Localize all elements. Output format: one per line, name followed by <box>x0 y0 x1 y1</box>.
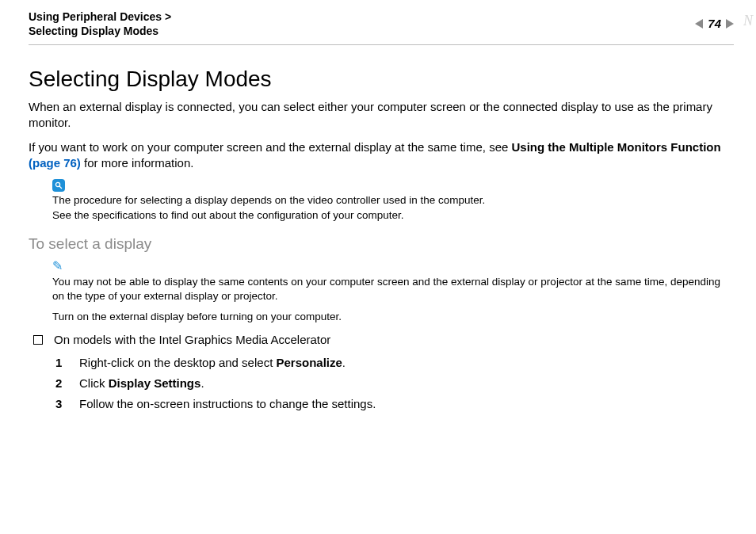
tip-text: You may not be able to display the same … <box>52 275 734 303</box>
square-bullet-icon <box>33 335 43 345</box>
note1-line1: The procedure for selecting a display de… <box>52 193 734 208</box>
step-text: Right-click on the desktop and select Pe… <box>79 355 346 371</box>
decorative-n: N <box>743 11 753 30</box>
breadcrumb-line-2: Selecting Display Modes <box>29 24 171 38</box>
step-post: . <box>200 376 204 390</box>
pencil-icon: ✎ <box>52 260 63 273</box>
bullet-item: On models with the Intel Graphics Media … <box>33 332 734 348</box>
steps-list: 1 Right-click on the desktop and select … <box>55 355 734 413</box>
breadcrumb: Using Peripheral Devices > Selecting Dis… <box>29 10 171 38</box>
step-pre: Click <box>79 376 109 390</box>
note1-line2: See the specifications to find out about… <box>52 208 734 223</box>
subheading: To select a display <box>29 234 734 254</box>
svg-point-0 <box>55 183 59 187</box>
header-divider <box>29 44 734 45</box>
step-2: 2 Click Display Settings. <box>55 376 734 391</box>
magnifier-icon <box>52 179 65 192</box>
step-number: 2 <box>55 376 65 391</box>
step-3: 3 Follow the on-screen instructions to c… <box>55 396 734 412</box>
step-bold: Personalize <box>276 356 342 369</box>
content: Selecting Display Modes When an external… <box>29 64 734 412</box>
info-note: The procedure for selecting a display de… <box>52 179 734 223</box>
page-link-76[interactable]: (page 76) <box>29 156 81 170</box>
second-paragraph: If you want to work on your computer scr… <box>29 139 734 172</box>
intro-paragraph: When an external display is connected, y… <box>29 99 734 132</box>
step-bold: Display Settings <box>109 376 201 390</box>
prev-page-icon[interactable] <box>695 19 703 29</box>
svg-line-1 <box>59 186 62 189</box>
bullet-text: On models with the Intel Graphics Media … <box>54 332 330 348</box>
tip-note: ✎ You may not be able to display the sam… <box>52 260 734 324</box>
step-number: 1 <box>55 355 65 371</box>
step-1: 1 Right-click on the desktop and select … <box>55 355 734 371</box>
step-number: 3 <box>55 396 65 412</box>
page-number: 74 <box>708 16 721 32</box>
header: Using Peripheral Devices > Selecting Dis… <box>29 10 734 38</box>
page-nav: 74 <box>695 16 734 32</box>
next-page-icon[interactable] <box>726 19 734 29</box>
step-text: Follow the on-screen instructions to cha… <box>79 396 376 412</box>
step-pre: Right-click on the desktop and select <box>79 356 276 369</box>
step-pre: Follow the on-screen instructions to cha… <box>79 397 376 410</box>
breadcrumb-line-1: Using Peripheral Devices > <box>29 10 171 24</box>
para2-post: for more information. <box>81 156 194 170</box>
para2-pre: If you want to work on your computer scr… <box>29 140 511 154</box>
para2-bold: Using the Multiple Monitors Function <box>511 140 720 154</box>
tip-extra: Turn on the external display before turn… <box>52 310 734 324</box>
step-text: Click Display Settings. <box>79 376 204 391</box>
step-post: . <box>342 356 346 369</box>
page-title: Selecting Display Modes <box>29 64 734 94</box>
page: N Using Peripheral Devices > Selecting D… <box>0 0 756 534</box>
